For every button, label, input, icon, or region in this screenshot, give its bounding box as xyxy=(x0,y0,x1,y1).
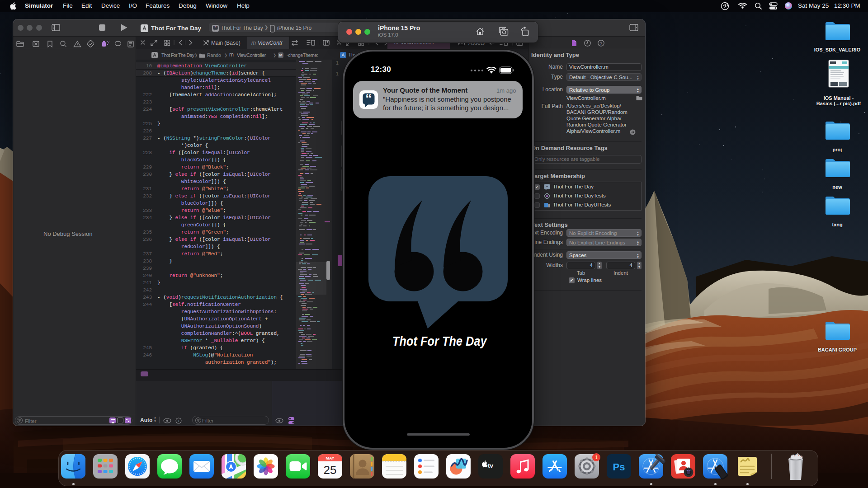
svg-text:1: 1 xyxy=(595,455,598,460)
svg-text:“: “ xyxy=(214,25,216,30)
svg-text:i: i xyxy=(178,418,179,423)
svg-text:25: 25 xyxy=(324,463,337,477)
svg-text:“: “ xyxy=(546,185,548,189)
svg-text:MAY: MAY xyxy=(326,456,334,460)
svg-text:Ps: Ps xyxy=(613,461,625,473)
svg-text:“: “ xyxy=(365,93,372,106)
svg-text:?: ? xyxy=(600,41,602,46)
svg-text:tv: tv xyxy=(488,462,493,469)
